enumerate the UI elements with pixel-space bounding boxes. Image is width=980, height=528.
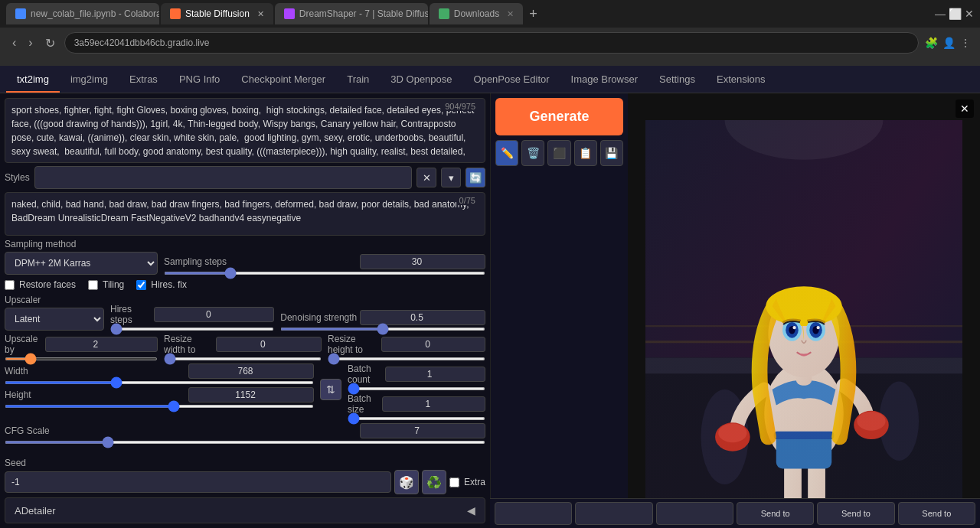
- styles-input[interactable]: [34, 166, 412, 189]
- action-btn-2[interactable]: [575, 502, 652, 525]
- styles-wrapper: ✕ ▾ 🔄: [34, 166, 485, 189]
- tab-favicon-dl: [439, 8, 449, 19]
- batch-size-value[interactable]: [382, 396, 485, 412]
- toolbar-btn-3[interactable]: ⬛: [547, 140, 570, 166]
- app: txt2img img2img Extras PNG Info Checkpoi…: [0, 66, 980, 528]
- extra-seed-checkbox[interactable]: [449, 477, 459, 487]
- tab-close-2[interactable]: ✕: [257, 9, 264, 19]
- batch-count-slider[interactable]: [348, 387, 485, 390]
- denoising-slider[interactable]: [280, 328, 485, 331]
- tab-notebook[interactable]: new_colab_file.ipynb - Colabora... ✕: [6, 3, 159, 24]
- url-bar[interactable]: 3a59ec42041dbb46cb.gradio.live: [64, 32, 919, 54]
- extensions-button[interactable]: 🧩: [925, 37, 938, 49]
- upscaler-select[interactable]: Latent: [5, 308, 104, 331]
- resize-height-value[interactable]: [381, 337, 485, 352]
- tab-close-4[interactable]: ✕: [507, 9, 514, 19]
- tab-image-browser[interactable]: Image Browser: [560, 67, 648, 91]
- tab-downloads[interactable]: Downloads ✕: [430, 3, 523, 24]
- close-image-button[interactable]: ✕: [956, 99, 974, 118]
- height-group: Height: [5, 387, 314, 408]
- back-button[interactable]: ‹: [9, 34, 19, 51]
- tab-dreamshaper[interactable]: DreamShaper - 7 | Stable Diffusi... ✕: [275, 3, 428, 24]
- tiling-checkbox-group: Tiling: [88, 279, 124, 290]
- send-to-extras-button[interactable]: Send to: [898, 502, 975, 525]
- browser-chrome: new_colab_file.ipynb - Colabora... ✕ Sta…: [0, 0, 980, 66]
- minimize-button[interactable]: —: [935, 8, 946, 20]
- hires-fix-checkbox[interactable]: [136, 280, 146, 290]
- reload-button[interactable]: ↻: [42, 34, 58, 52]
- toolbar-btn-2[interactable]: 🗑️: [521, 140, 544, 166]
- resize-height-group: Resize height to: [328, 334, 485, 360]
- close-window-button[interactable]: ✕: [965, 8, 974, 20]
- tiling-label: Tiling: [103, 279, 124, 290]
- tab-img2img[interactable]: img2img: [60, 67, 119, 91]
- hires-top-row: Upscaler Latent Hires steps: [5, 295, 485, 331]
- sampling-method-select[interactable]: DPM++ 2M Karras: [5, 252, 158, 275]
- address-bar: ‹ › ↻ 3a59ec42041dbb46cb.gradio.live 🧩 👤…: [0, 28, 980, 58]
- toolbar-btn-5[interactable]: 💾: [600, 140, 623, 166]
- tab-train[interactable]: Train: [336, 67, 380, 91]
- styles-clear-btn[interactable]: ✕: [416, 168, 436, 187]
- tiling-checkbox[interactable]: [88, 280, 98, 290]
- positive-prompt-textarea[interactable]: sport shoes, fighter, fight, fight Glove…: [5, 99, 485, 160]
- batch-count-header: Batch count: [348, 363, 485, 385]
- resize-height-slider[interactable]: [328, 357, 485, 360]
- tab-settings[interactable]: Settings: [648, 67, 706, 91]
- resize-width-slider[interactable]: [164, 357, 322, 360]
- tab-txt2img[interactable]: txt2img: [6, 67, 60, 93]
- tab-sd[interactable]: Stable Diffusion ✕: [161, 3, 273, 24]
- tab-3d-openpose[interactable]: 3D Openpose: [380, 67, 462, 91]
- tab-openpose-editor[interactable]: OpenPose Editor: [463, 67, 560, 91]
- styles-save-btn[interactable]: 🔄: [466, 168, 485, 187]
- menu-button[interactable]: ⋮: [960, 37, 971, 49]
- toolbar-btn-4[interactable]: 📋: [574, 140, 597, 166]
- sampling-method-group: Sampling method DPM++ 2M Karras: [5, 239, 158, 275]
- dimensions-col: Width Height: [5, 363, 314, 408]
- svg-rect-33: [645, 120, 962, 529]
- tab-checkpoint-merger[interactable]: Checkpoint Merger: [230, 67, 336, 91]
- new-tab-button[interactable]: +: [524, 6, 542, 22]
- send-to-inpaint-button[interactable]: Send to: [817, 502, 894, 525]
- height-slider[interactable]: [5, 405, 314, 408]
- send-to-img2img-button[interactable]: Send to: [737, 502, 814, 525]
- tab-extras[interactable]: Extras: [119, 67, 168, 91]
- resize-width-label: Resize width to: [164, 334, 216, 355]
- adetailer-row[interactable]: ADetailer ◀: [5, 497, 485, 523]
- browser-actions: 🧩 👤 ⋮: [925, 37, 971, 49]
- forward-button[interactable]: ›: [25, 34, 35, 51]
- generate-button[interactable]: Generate: [495, 98, 623, 135]
- restore-faces-checkbox[interactable]: [5, 280, 15, 290]
- batch-count-value[interactable]: [385, 367, 485, 382]
- profile-button[interactable]: 👤: [942, 37, 956, 49]
- action-btn-1[interactable]: [495, 502, 572, 525]
- recycle-seed-button[interactable]: ♻️: [422, 470, 446, 494]
- tab-label-downloads: Downloads: [454, 8, 499, 19]
- swap-dimensions-button[interactable]: ⇅: [320, 379, 341, 400]
- sampling-steps-label: Sampling steps: [164, 256, 227, 267]
- negative-prompt-textarea[interactable]: naked, child, bad hand, bad draw, bad dr…: [5, 193, 485, 233]
- styles-dropdown-btn[interactable]: ▾: [441, 168, 461, 187]
- swap-btn-container: ⇅: [320, 363, 341, 400]
- cfg-scale-label: CFG Scale: [5, 425, 50, 436]
- styles-label: Styles: [5, 172, 30, 183]
- upscale-by-slider[interactable]: [5, 357, 158, 360]
- resize-width-value[interactable]: [216, 337, 322, 352]
- seed-input[interactable]: [5, 471, 391, 493]
- sampling-steps-slider[interactable]: [164, 272, 485, 275]
- tab-label-dream: DreamShaper - 7 | Stable Diffusi...: [299, 8, 428, 19]
- action-btn-3[interactable]: [656, 502, 733, 525]
- hires-steps-value[interactable]: [154, 307, 274, 322]
- restore-button[interactable]: ⬜: [949, 8, 962, 20]
- batch-size-slider[interactable]: [348, 417, 485, 420]
- tab-png-info[interactable]: PNG Info: [168, 67, 230, 91]
- upscale-by-value[interactable]: [45, 337, 158, 352]
- upscale-by-group: Upscale by: [5, 334, 158, 360]
- width-slider[interactable]: [5, 381, 314, 384]
- upscaler-group: Upscaler Latent: [5, 295, 104, 331]
- denoising-label: Denoising strength: [280, 312, 357, 323]
- tab-extensions[interactable]: Extensions: [706, 67, 776, 91]
- hires-steps-slider[interactable]: [110, 328, 274, 331]
- random-seed-button[interactable]: 🎲: [394, 470, 419, 494]
- toolbar-btn-1[interactable]: ✏️: [495, 140, 518, 166]
- cfg-scale-slider[interactable]: [5, 441, 485, 444]
